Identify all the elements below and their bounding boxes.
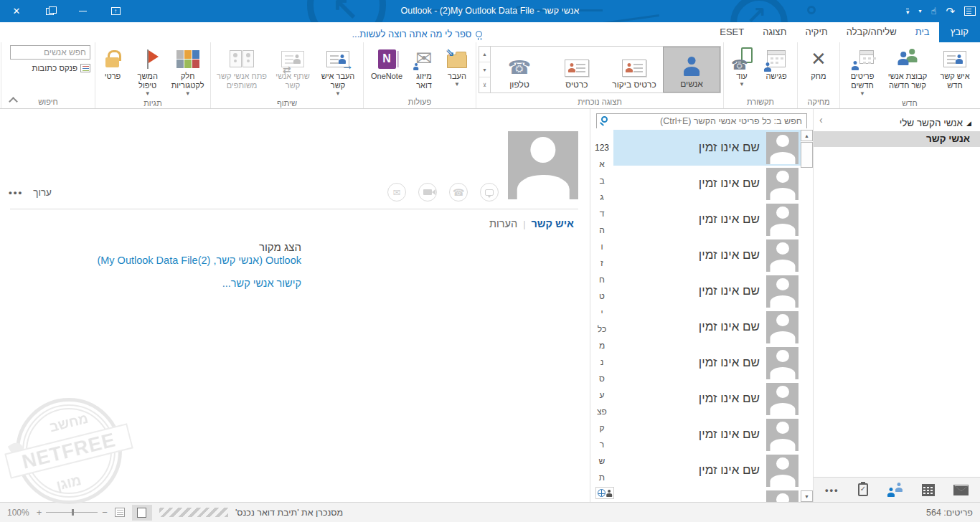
share-contacts-button[interactable]: ⇄ שתף אנשי קשר: [270, 44, 315, 90]
follow-up-button[interactable]: המשך טיפול ▼: [128, 44, 167, 98]
contact-row[interactable]: שם אינו זמין: [613, 381, 801, 417]
contact-row[interactable]: שם אינו זמין: [613, 452, 801, 488]
contact-row[interactable]: שם אינו זמין: [613, 273, 801, 309]
alphabet-letter[interactable]: א: [599, 156, 605, 173]
mail-nav-icon[interactable]: [953, 485, 969, 495]
alphabet-letter[interactable]: נ: [600, 354, 604, 371]
more-communicate-button[interactable]: ☎ עוד ▼: [726, 44, 758, 88]
contact-row[interactable]: שם אינו זמין: [613, 201, 801, 237]
list-scrollbar[interactable]: ▲ ▼: [801, 130, 813, 502]
collapse-folder-pane-button[interactable]: ›: [819, 115, 823, 125]
gallery-more-button[interactable]: ⊻: [479, 77, 490, 92]
alphabet-letter[interactable]: ס: [599, 371, 605, 387]
nav-more-button[interactable]: •••: [825, 485, 839, 495]
restore-button[interactable]: [33, 0, 66, 22]
mail-merge-button[interactable]: ✉ מיזוג דואר: [407, 44, 440, 90]
contact-row[interactable]: שם אינו זמין: [613, 237, 801, 273]
meeting-button[interactable]: פגישה: [758, 44, 795, 81]
new-contact-button[interactable]: איש קשר חדש: [933, 44, 977, 90]
new-items-button[interactable]: פריטים חדשים ▼: [842, 44, 882, 98]
view-business-card[interactable]: כרטיס ביקור: [606, 47, 663, 92]
email-circle-button[interactable]: ✉: [387, 183, 406, 201]
zoom-level[interactable]: 100%: [7, 508, 29, 518]
scroll-down-button[interactable]: ▼: [801, 490, 813, 502]
alphabet-letter[interactable]: פצ: [597, 404, 607, 420]
view-people[interactable]: אנשים: [663, 47, 720, 92]
private-button[interactable]: פרטי: [98, 44, 128, 81]
source-link[interactable]: Outlook (אנשי קשר, My Outlook Data File(…: [97, 255, 301, 266]
alphabet-letter[interactable]: ע: [600, 387, 605, 404]
tab-eset[interactable]: ESET: [710, 22, 753, 42]
zoom-slider[interactable]: [46, 512, 98, 513]
directory-search-button[interactable]: [595, 487, 614, 499]
alphabet-letter[interactable]: י: [600, 305, 603, 321]
alphabet-letter[interactable]: ו: [600, 239, 603, 255]
gallery-down-button[interactable]: ▼: [479, 62, 490, 78]
scroll-thumb[interactable]: [801, 142, 813, 168]
alphabet-letter[interactable]: מ: [599, 338, 605, 354]
contact-row[interactable]: שם אינו זמין: [613, 417, 801, 452]
alphabet-letter[interactable]: ד: [600, 206, 605, 222]
people-nav-icon[interactable]: [887, 483, 903, 497]
tab-notes[interactable]: הערות: [489, 218, 517, 229]
call-circle-button[interactable]: ☎: [449, 183, 468, 201]
search-people-input[interactable]: [10, 45, 90, 60]
tab-view[interactable]: תצוגה: [753, 22, 796, 42]
tell-me-box[interactable]: ספר לי מה אתה רוצה לעשות...: [352, 22, 482, 42]
reading-view-button[interactable]: [115, 508, 125, 517]
alphabet-letter[interactable]: 123: [595, 140, 609, 156]
video-call-circle-button[interactable]: [418, 183, 437, 201]
open-shared-contacts-button[interactable]: פתח אנשי קשר משותפים: [213, 44, 270, 90]
view-card[interactable]: כרטיס: [548, 47, 606, 92]
view-phone[interactable]: ☎ טלפון: [491, 47, 548, 92]
customize-qat-button[interactable]: ▾: [906, 9, 910, 14]
delete-button[interactable]: ✕ מחק: [800, 44, 837, 81]
scroll-up-button[interactable]: ▲: [801, 130, 813, 141]
chat-circle-button[interactable]: [480, 183, 499, 201]
folder-item-contacts[interactable]: אנשי קשר: [814, 131, 980, 147]
onenote-button[interactable]: N OneNote: [366, 44, 407, 81]
tab-home[interactable]: בית: [906, 22, 939, 42]
touch-mode-button[interactable]: ☝: [931, 6, 937, 16]
alphabet-letter[interactable]: ש: [599, 453, 606, 470]
address-book-button[interactable]: פנקס כתובות: [6, 64, 90, 72]
contact-row[interactable]: שם אינו זמין: [613, 130, 801, 166]
alphabet-letter[interactable]: ח: [599, 272, 605, 288]
qat-dropdown-arrow[interactable]: ▾: [918, 8, 921, 14]
alphabet-letter[interactable]: ב: [599, 173, 604, 189]
close-button[interactable]: ✕: [0, 0, 33, 22]
alphabet-letter[interactable]: ק: [599, 420, 604, 437]
gallery-up-button[interactable]: ▲: [479, 47, 490, 62]
forward-contact-button[interactable]: → העבר איש קשר ▼: [315, 44, 361, 98]
tab-file[interactable]: קובץ: [939, 22, 980, 42]
alphabet-letter[interactable]: ט: [599, 288, 605, 305]
alphabet-letter[interactable]: ז: [600, 255, 603, 272]
redo-button[interactable]: ↷: [946, 5, 955, 18]
alphabet-letter[interactable]: ה: [599, 222, 605, 239]
alphabet-letter[interactable]: ר: [600, 437, 604, 453]
calendar-nav-icon[interactable]: [922, 484, 936, 496]
tab-contact[interactable]: איש קשר: [532, 218, 574, 229]
alphabet-letter[interactable]: ת: [599, 470, 605, 486]
minimize-button[interactable]: [66, 0, 99, 22]
alphabet-letter[interactable]: כל: [598, 321, 606, 338]
contact-row[interactable]: שם אינו זמין: [613, 345, 801, 381]
link-contacts-link[interactable]: קישור אנשי קשר...: [97, 277, 301, 289]
normal-view-button[interactable]: [132, 505, 152, 521]
new-contact-group-button[interactable]: קבוצת אנשי קשר חדשה: [882, 44, 933, 90]
tab-send-receive[interactable]: שליחה/קבלה: [837, 22, 906, 42]
contact-search-input[interactable]: [597, 115, 806, 128]
window-mode-button[interactable]: ↑: [99, 0, 132, 22]
contact-row-partial[interactable]: [613, 488, 801, 502]
more-options-button[interactable]: •••: [9, 187, 23, 198]
tab-folder[interactable]: תיקיה: [796, 22, 837, 42]
zoom-out-button[interactable]: −: [102, 507, 108, 518]
edit-link[interactable]: ערוך: [33, 187, 52, 198]
alphabet-letter[interactable]: ג: [600, 189, 603, 206]
my-contacts-header[interactable]: ◢ אנשי הקשר שלי: [822, 118, 971, 128]
reading-pane-icon[interactable]: [964, 6, 976, 16]
contact-row[interactable]: שם אינו זמין: [613, 309, 801, 345]
tasks-nav-icon[interactable]: [858, 483, 868, 496]
move-button[interactable]: ⇘ העבר ▼: [440, 44, 473, 88]
categorize-button[interactable]: חלק לקטגוריות ▼: [167, 44, 208, 98]
